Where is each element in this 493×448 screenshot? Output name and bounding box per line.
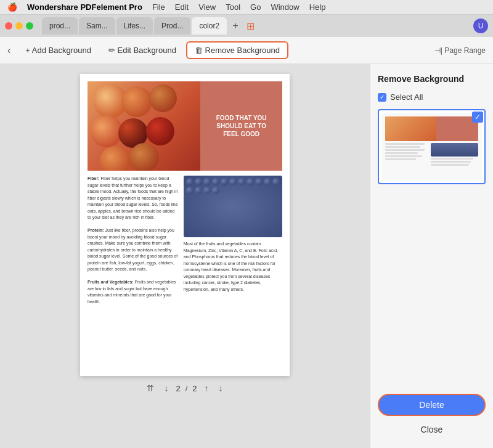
berry-4 [212,178,219,185]
protein-text: Just like fiber, proteins also help you … [88,228,177,271]
blueberry-bg [184,176,282,237]
citrus-circle-7 [100,146,131,171]
thumb-line-5 [385,155,422,157]
thumb-line-2 [385,146,420,148]
next-page-button[interactable]: ↑ [202,382,211,394]
page-columns: Fiber: Fiber helps you maintain your blo… [88,176,282,305]
apple-menu[interactable]: 🍎 [7,2,17,12]
current-page: 2 [176,384,180,393]
delete-button[interactable]: Delete [378,394,486,416]
thumb-citrus [385,116,436,141]
thumb-line-3 [385,149,425,151]
page-separator: / [185,384,188,393]
berry-7 [238,178,245,185]
thumb-rline-1 [431,158,473,160]
user-avatar[interactable]: U [473,18,488,33]
select-all-row: ✓ Select All [378,92,486,102]
protein-title: Protein: [88,228,104,232]
thumb-line-4 [385,152,418,154]
add-tab-button[interactable]: + [228,18,243,33]
tab-prod2[interactable]: Prod... [154,17,190,35]
food-title: FOOD THAT YOU SHOULD EAT TO FEEL GOOD [216,114,267,138]
fruits-title: Fruits and Vegetables: [88,280,134,284]
traffic-light-fullscreen[interactable] [26,22,33,30]
app-name: Wondershare PDFelement Pro [27,2,142,12]
thumbnail-check: ✓ [472,112,483,123]
menu-help[interactable]: Help [309,2,326,12]
traffic-lights [5,22,33,30]
close-button[interactable]: Close [378,421,486,438]
panel-title: Remove Background [378,74,486,84]
page-thumbnail[interactable]: ✓ [378,109,486,184]
thumb-rline-3 [431,164,469,166]
tab-bar: prod... Sam... Lifes... Prod... color2 +… [0,15,493,37]
edit-background-button[interactable]: ✏ Edit Background [101,43,184,58]
left-column: Fiber: Fiber helps you maintain your blo… [88,176,179,305]
blueberry-image [184,176,282,237]
menu-window[interactable]: Window [271,2,299,12]
berry-3 [203,178,211,185]
berry-9 [255,178,263,185]
prev-page-button[interactable]: ↓ [161,382,171,394]
tab-color2[interactable]: color2 [192,17,227,35]
berry-8 [246,178,254,185]
menu-edit[interactable]: Edit [175,2,189,12]
citrus-circle-8 [129,143,159,171]
select-all-checkbox[interactable]: ✓ [378,93,386,102]
berry-5 [221,178,228,185]
citrus-circle-6 [146,117,174,145]
berry-12 [186,187,194,194]
page-top-image: FOOD THAT YOU SHOULD EAT TO FEEL GOOD [88,81,282,171]
total-pages: 2 [192,384,197,393]
toolbar: ‹ + Add Background ✏ Edit Background 🗑 R… [0,37,493,64]
tab-grid-button[interactable]: ⊞ [246,20,255,32]
right-column-text: Most of the fruits and vegetables contai… [184,241,282,293]
menu-file[interactable]: File [152,2,165,12]
back-button[interactable]: ‹ [7,45,10,56]
main-content: FOOD THAT YOU SHOULD EAT TO FEEL GOOD Fi… [0,64,493,448]
panel-bottom: Delete Close [378,394,486,438]
thumb-line-6 [385,158,416,160]
menu-tool[interactable]: Tool [226,2,240,12]
select-all-label: Select All [390,92,423,102]
first-page-button[interactable]: ⇈ [144,382,157,394]
tab-sam[interactable]: Sam... [79,17,115,35]
checkmark-icon: ✓ [380,94,385,100]
thumb-rline-2 [431,161,471,163]
thumb-top-image [385,116,478,141]
berry-1 [186,178,194,185]
berry-13 [195,187,202,194]
berry-14 [203,187,211,194]
traffic-light-minimize[interactable] [15,22,23,30]
thumb-line-1 [385,143,425,145]
berry-6 [229,178,237,185]
citrus-circle-2 [121,86,152,117]
thumb-left-col [385,143,429,177]
tab-lifes[interactable]: Lifes... [116,17,153,35]
thumb-berry-image [431,143,478,157]
citrus-circle-3 [149,84,177,112]
thumb-right-col [431,143,478,177]
berry-15 [212,187,219,194]
menu-bar: 🍎 Wondershare PDFelement Pro File Edit V… [0,0,493,15]
right-column: Most of the fruits and vegetables contai… [184,176,282,305]
berry-10 [264,178,271,185]
berry-11 [272,178,280,185]
pdf-page: FOOD THAT YOU SHOULD EAT TO FEEL GOOD Fi… [80,74,290,376]
add-background-button[interactable]: + Add Background [18,43,99,58]
page-navigation: ⇈ ↓ 2 / 2 ↑ ↓ [144,382,225,394]
fiber-title: Fiber: [88,176,99,181]
tab-prod[interactable]: prod... [42,17,78,35]
citrus-image [88,81,200,171]
remove-background-button[interactable]: 🗑 Remove Background [186,41,288,59]
page-range-button[interactable]: ⊣| Page Range [434,46,486,55]
menu-view[interactable]: View [198,2,216,12]
thumbnail-inner [381,113,482,181]
fiber-text: Fiber helps you maintain your blood suga… [88,176,178,219]
berry-2 [195,178,202,185]
traffic-light-close[interactable] [5,22,12,30]
last-page-button[interactable]: ↓ [216,382,226,394]
document-area: FOOD THAT YOU SHOULD EAT TO FEEL GOOD Fi… [0,64,370,448]
menu-go[interactable]: Go [250,2,261,12]
right-panel: Remove Background ✓ Select All ✓ [370,64,493,448]
